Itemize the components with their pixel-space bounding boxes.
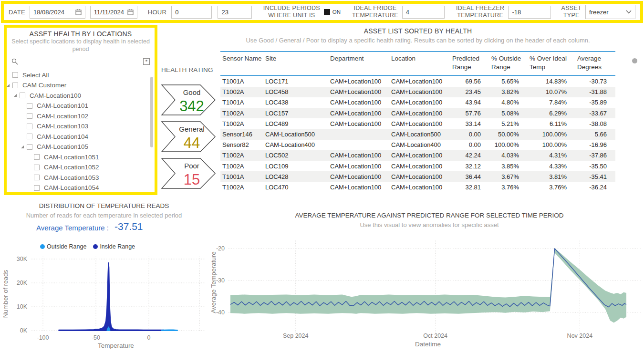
column-header-predicted-range[interactable]: Predicted Range (450, 54, 489, 72)
table-cell: 7.84% (528, 99, 575, 106)
checkbox-icon[interactable] (27, 103, 32, 109)
date-to-input[interactable]: 11/11/2024 (90, 6, 137, 19)
table-row[interactable]: T1002ALOC458CAM+Location100CAM+Location1… (220, 87, 615, 97)
table-cell: 4.33% (528, 163, 575, 170)
expand-collapse-icon[interactable] (21, 145, 24, 148)
table-cell: 32.12 (450, 163, 489, 170)
tree-item-cam-location1051[interactable]: CAM-Location1051 (7, 152, 155, 162)
tree-item-cam-location103[interactable]: CAM-Location103 (7, 121, 155, 132)
search-icon (11, 58, 19, 65)
table-row[interactable]: T1002ALOC502CAM+Location100CAM+Location1… (220, 150, 615, 161)
table-cell: T1002A (220, 152, 263, 159)
poor-value: 15 (184, 171, 200, 188)
table-cell: CAM+Location100 (389, 99, 450, 106)
column-header-department[interactable]: Department (328, 54, 389, 72)
checkbox-icon[interactable] (27, 134, 32, 139)
tree-item-cam-location1054[interactable]: CAM-Location1054 (7, 183, 155, 193)
column-header-average-degrees[interactable]: Average Degrees (575, 54, 615, 72)
column-header--outside-range[interactable]: % Outside Range (489, 54, 528, 72)
checkbox-icon[interactable] (34, 154, 40, 160)
table-row[interactable]: T1002ALOC470CAM+Location100CAM+Location1… (220, 182, 615, 192)
table-row[interactable]: T1001ALOC428CAM+Location100CAM+Location1… (220, 171, 615, 182)
include-toggle[interactable] (324, 9, 330, 15)
tree-item-cam-location1053[interactable]: CAM-Location1053 (7, 172, 155, 183)
tree-item-cam-location101[interactable]: CAM-Location101 (7, 101, 155, 111)
asset-type-dropdown[interactable]: freezer (585, 5, 635, 19)
health-arrow-poor[interactable]: Poor 15 (160, 157, 217, 189)
checkbox-icon[interactable] (20, 93, 25, 98)
svg-text:-30: -30 (216, 277, 225, 284)
poor-label: Poor (184, 162, 199, 170)
table-row[interactable]: T1002ALOC157CAM+Location100CAM+Location1… (220, 108, 615, 118)
tree-item-select-all[interactable]: Select All (7, 70, 155, 80)
table-cell: 33.14 (450, 120, 489, 127)
svg-text:20K: 20K (17, 280, 28, 286)
svg-text:Temperature: Temperature (98, 342, 134, 349)
tree-item-cam-location104[interactable]: CAM-Location104 (7, 131, 155, 142)
table-cell: CAM+Location100 (328, 88, 389, 95)
table-cell: CAM+Location100 (389, 120, 450, 127)
table-cell: CAM+Location100 (389, 110, 450, 117)
table-cell: CAM+Location100 (328, 152, 389, 159)
checkbox-icon[interactable] (34, 185, 40, 191)
table-cell: -33.67 (575, 110, 615, 117)
hour-to-input[interactable]: 23 (218, 6, 251, 19)
expand-collapse-icon[interactable] (7, 84, 10, 87)
asset-table-title: ASSET LIST SORTED BY HEALTH (220, 27, 615, 35)
health-arrow-good[interactable]: Good 342 (160, 84, 217, 116)
checkbox-icon[interactable] (12, 72, 18, 78)
locations-panel: ASSET HEALTH BY LOCATIONS Select specifi… (4, 25, 157, 195)
table-cell: CAM+Location100 (389, 184, 450, 191)
table-row[interactable]: Sensor146CAM-Location500CAM-Location5000… (220, 129, 615, 139)
checkbox-icon[interactable] (27, 124, 32, 129)
location-search-input[interactable]: * (11, 56, 150, 67)
svg-text:Sep 2024: Sep 2024 (283, 332, 309, 339)
table-cell: CAM+Location100 (389, 152, 450, 159)
column-header-sensor-name[interactable]: Sensor Name (220, 54, 263, 72)
tree-item-cam-location105[interactable]: CAM-Location105 (7, 142, 155, 152)
date-from-input[interactable]: 18/08/2024 (30, 6, 85, 19)
hour-from-input[interactable]: 0 (171, 6, 212, 19)
table-row[interactable]: T1002ALOC109CAM+Location100CAM+Location1… (220, 161, 615, 171)
table-cell: 3.82% (489, 88, 528, 95)
date-label: DATE (9, 9, 25, 16)
table-row[interactable]: T1001ALOC171CAM+Location100CAM+Location1… (220, 76, 615, 86)
column-header--over-ideal-temp[interactable]: % Over Ideal Temp (528, 54, 575, 72)
ideal-fridge-input[interactable]: 4 (402, 6, 445, 19)
ideal-freezer-input[interactable]: -18 (508, 6, 551, 19)
expand-collapse-icon[interactable] (14, 94, 17, 97)
table-cell: CAM+Location100 (389, 173, 450, 180)
table-cell: T1002A (220, 120, 263, 127)
table-cell: LOC470 (263, 184, 328, 191)
tree-item-cam-location102[interactable]: CAM-Location102 (7, 111, 155, 121)
tree-item-partial[interactable] (7, 193, 155, 195)
distribution-legend: Outside Range Inside Range (40, 243, 135, 250)
health-arrow-general[interactable]: General 44 (160, 121, 217, 153)
search-options-icon[interactable]: * (143, 58, 150, 65)
table-cell: LOC157 (263, 110, 328, 117)
tree-item-cam-location100[interactable]: CAM-Location100 (7, 90, 155, 101)
checkbox-icon[interactable] (12, 83, 18, 88)
good-label: Good (183, 88, 201, 96)
table-row[interactable]: T1002ALOC489CAM+Location100CAM+Location1… (220, 118, 615, 129)
checkbox-icon[interactable] (34, 175, 40, 180)
table-row[interactable]: Sensor82CAM-Location400CAM-Location4000.… (220, 140, 615, 150)
checkbox-icon[interactable] (34, 165, 40, 170)
table-cell: 14.83% (528, 78, 575, 85)
tree-scrollbar[interactable] (150, 77, 153, 147)
checkbox-icon[interactable] (27, 144, 32, 150)
checkbox-icon[interactable] (27, 113, 32, 119)
table-cell: LOC171 (263, 78, 328, 85)
tree-item-cam-location1052[interactable]: CAM-Location1052 (7, 162, 155, 173)
table-cell: Sensor82 (220, 141, 263, 148)
tree-item-cam-customer[interactable]: CAM Customer (7, 80, 155, 91)
trend-subtitle: Use this visual to view anomalies for sp… (217, 221, 642, 228)
table-row[interactable]: T1001ALOC438CAM+Location100CAM+Location1… (220, 97, 615, 108)
distribution-subtitle: Number of reads for each temperature in … (0, 212, 208, 219)
table-cell: Sensor146 (220, 131, 263, 138)
table-cell: CAM+Location100 (328, 99, 389, 106)
location-tree: Select AllCAM CustomerCAM-Location100CAM… (7, 70, 155, 195)
column-header-location[interactable]: Location (389, 54, 450, 72)
table-cell: 4.31% (528, 152, 575, 159)
column-header-site[interactable]: Site (263, 54, 328, 72)
